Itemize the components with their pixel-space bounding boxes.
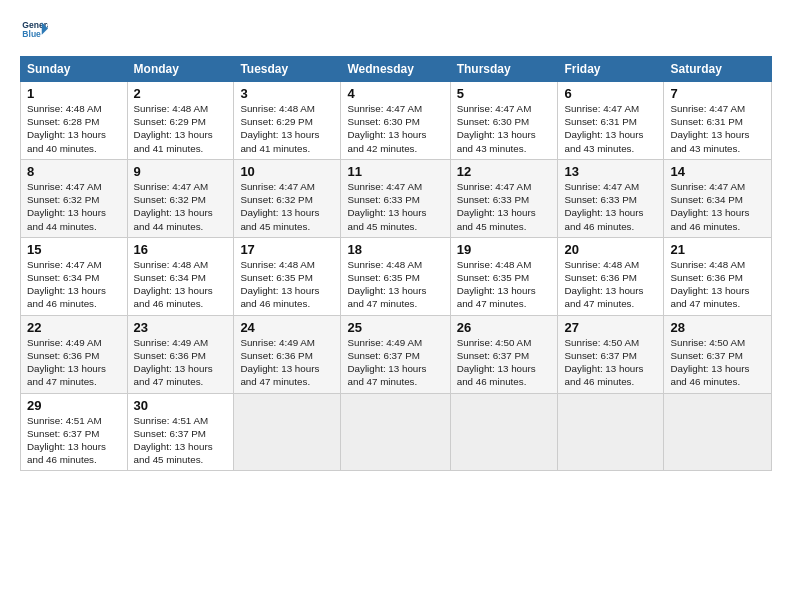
day-number: 30 <box>134 398 228 413</box>
col-header-saturday: Saturday <box>664 57 772 82</box>
logo-icon: General Blue <box>20 16 48 44</box>
day-number: 25 <box>347 320 443 335</box>
day-number: 21 <box>670 242 765 257</box>
day-number: 6 <box>564 86 657 101</box>
day-info: Sunrise: 4:47 AMSunset: 6:33 PMDaylight:… <box>347 180 443 233</box>
day-number: 22 <box>27 320 121 335</box>
svg-text:Blue: Blue <box>22 29 41 39</box>
day-number: 12 <box>457 164 552 179</box>
day-info: Sunrise: 4:47 AMSunset: 6:33 PMDaylight:… <box>457 180 552 233</box>
day-info: Sunrise: 4:47 AMSunset: 6:32 PMDaylight:… <box>240 180 334 233</box>
calendar-cell <box>664 393 772 471</box>
day-info: Sunrise: 4:47 AMSunset: 6:33 PMDaylight:… <box>564 180 657 233</box>
calendar-cell: 25Sunrise: 4:49 AMSunset: 6:37 PMDayligh… <box>341 315 450 393</box>
day-info: Sunrise: 4:48 AMSunset: 6:29 PMDaylight:… <box>240 102 334 155</box>
day-info: Sunrise: 4:47 AMSunset: 6:31 PMDaylight:… <box>670 102 765 155</box>
calendar-cell: 28Sunrise: 4:50 AMSunset: 6:37 PMDayligh… <box>664 315 772 393</box>
day-number: 7 <box>670 86 765 101</box>
calendar-cell: 5Sunrise: 4:47 AMSunset: 6:30 PMDaylight… <box>450 82 558 160</box>
day-info: Sunrise: 4:47 AMSunset: 6:32 PMDaylight:… <box>27 180 121 233</box>
calendar-cell: 17Sunrise: 4:48 AMSunset: 6:35 PMDayligh… <box>234 237 341 315</box>
day-info: Sunrise: 4:51 AMSunset: 6:37 PMDaylight:… <box>27 414 121 467</box>
day-info: Sunrise: 4:49 AMSunset: 6:36 PMDaylight:… <box>27 336 121 389</box>
day-info: Sunrise: 4:48 AMSunset: 6:35 PMDaylight:… <box>457 258 552 311</box>
day-number: 13 <box>564 164 657 179</box>
calendar-cell: 16Sunrise: 4:48 AMSunset: 6:34 PMDayligh… <box>127 237 234 315</box>
calendar-cell: 22Sunrise: 4:49 AMSunset: 6:36 PMDayligh… <box>21 315 128 393</box>
day-number: 18 <box>347 242 443 257</box>
calendar-cell: 11Sunrise: 4:47 AMSunset: 6:33 PMDayligh… <box>341 159 450 237</box>
day-number: 2 <box>134 86 228 101</box>
calendar-cell: 12Sunrise: 4:47 AMSunset: 6:33 PMDayligh… <box>450 159 558 237</box>
day-info: Sunrise: 4:47 AMSunset: 6:30 PMDaylight:… <box>347 102 443 155</box>
calendar-cell: 20Sunrise: 4:48 AMSunset: 6:36 PMDayligh… <box>558 237 664 315</box>
calendar-cell: 24Sunrise: 4:49 AMSunset: 6:36 PMDayligh… <box>234 315 341 393</box>
calendar-cell: 27Sunrise: 4:50 AMSunset: 6:37 PMDayligh… <box>558 315 664 393</box>
calendar-cell: 8Sunrise: 4:47 AMSunset: 6:32 PMDaylight… <box>21 159 128 237</box>
day-number: 19 <box>457 242 552 257</box>
day-info: Sunrise: 4:48 AMSunset: 6:29 PMDaylight:… <box>134 102 228 155</box>
day-number: 14 <box>670 164 765 179</box>
day-info: Sunrise: 4:48 AMSunset: 6:34 PMDaylight:… <box>134 258 228 311</box>
calendar-cell: 14Sunrise: 4:47 AMSunset: 6:34 PMDayligh… <box>664 159 772 237</box>
day-info: Sunrise: 4:47 AMSunset: 6:34 PMDaylight:… <box>670 180 765 233</box>
calendar-cell: 23Sunrise: 4:49 AMSunset: 6:36 PMDayligh… <box>127 315 234 393</box>
day-number: 26 <box>457 320 552 335</box>
col-header-tuesday: Tuesday <box>234 57 341 82</box>
col-header-thursday: Thursday <box>450 57 558 82</box>
day-number: 8 <box>27 164 121 179</box>
day-info: Sunrise: 4:49 AMSunset: 6:36 PMDaylight:… <box>134 336 228 389</box>
logo: General Blue <box>20 16 52 44</box>
day-number: 27 <box>564 320 657 335</box>
day-info: Sunrise: 4:48 AMSunset: 6:36 PMDaylight:… <box>564 258 657 311</box>
calendar-cell: 21Sunrise: 4:48 AMSunset: 6:36 PMDayligh… <box>664 237 772 315</box>
calendar-cell: 2Sunrise: 4:48 AMSunset: 6:29 PMDaylight… <box>127 82 234 160</box>
day-number: 23 <box>134 320 228 335</box>
calendar-cell: 9Sunrise: 4:47 AMSunset: 6:32 PMDaylight… <box>127 159 234 237</box>
day-number: 29 <box>27 398 121 413</box>
calendar-cell: 13Sunrise: 4:47 AMSunset: 6:33 PMDayligh… <box>558 159 664 237</box>
day-number: 28 <box>670 320 765 335</box>
col-header-wednesday: Wednesday <box>341 57 450 82</box>
day-number: 11 <box>347 164 443 179</box>
day-number: 15 <box>27 242 121 257</box>
day-number: 1 <box>27 86 121 101</box>
day-number: 5 <box>457 86 552 101</box>
calendar-cell: 29Sunrise: 4:51 AMSunset: 6:37 PMDayligh… <box>21 393 128 471</box>
day-info: Sunrise: 4:48 AMSunset: 6:28 PMDaylight:… <box>27 102 121 155</box>
calendar-cell: 30Sunrise: 4:51 AMSunset: 6:37 PMDayligh… <box>127 393 234 471</box>
day-number: 4 <box>347 86 443 101</box>
day-info: Sunrise: 4:47 AMSunset: 6:30 PMDaylight:… <box>457 102 552 155</box>
day-info: Sunrise: 4:48 AMSunset: 6:35 PMDaylight:… <box>347 258 443 311</box>
day-info: Sunrise: 4:47 AMSunset: 6:34 PMDaylight:… <box>27 258 121 311</box>
col-header-monday: Monday <box>127 57 234 82</box>
calendar-cell: 10Sunrise: 4:47 AMSunset: 6:32 PMDayligh… <box>234 159 341 237</box>
calendar-cell <box>558 393 664 471</box>
calendar-cell: 7Sunrise: 4:47 AMSunset: 6:31 PMDaylight… <box>664 82 772 160</box>
col-header-friday: Friday <box>558 57 664 82</box>
calendar-cell: 1Sunrise: 4:48 AMSunset: 6:28 PMDaylight… <box>21 82 128 160</box>
day-number: 9 <box>134 164 228 179</box>
day-info: Sunrise: 4:49 AMSunset: 6:37 PMDaylight:… <box>347 336 443 389</box>
day-info: Sunrise: 4:50 AMSunset: 6:37 PMDaylight:… <box>457 336 552 389</box>
calendar-cell: 18Sunrise: 4:48 AMSunset: 6:35 PMDayligh… <box>341 237 450 315</box>
calendar-cell: 26Sunrise: 4:50 AMSunset: 6:37 PMDayligh… <box>450 315 558 393</box>
day-number: 17 <box>240 242 334 257</box>
calendar-cell: 19Sunrise: 4:48 AMSunset: 6:35 PMDayligh… <box>450 237 558 315</box>
calendar-cell <box>341 393 450 471</box>
col-header-sunday: Sunday <box>21 57 128 82</box>
day-info: Sunrise: 4:48 AMSunset: 6:36 PMDaylight:… <box>670 258 765 311</box>
calendar-cell <box>234 393 341 471</box>
day-number: 10 <box>240 164 334 179</box>
calendar-cell: 3Sunrise: 4:48 AMSunset: 6:29 PMDaylight… <box>234 82 341 160</box>
page-header: General Blue <box>20 16 772 44</box>
day-number: 24 <box>240 320 334 335</box>
calendar-table: SundayMondayTuesdayWednesdayThursdayFrid… <box>20 56 772 471</box>
day-number: 20 <box>564 242 657 257</box>
calendar-cell <box>450 393 558 471</box>
calendar-cell: 15Sunrise: 4:47 AMSunset: 6:34 PMDayligh… <box>21 237 128 315</box>
day-number: 3 <box>240 86 334 101</box>
day-info: Sunrise: 4:49 AMSunset: 6:36 PMDaylight:… <box>240 336 334 389</box>
calendar-cell: 6Sunrise: 4:47 AMSunset: 6:31 PMDaylight… <box>558 82 664 160</box>
day-info: Sunrise: 4:48 AMSunset: 6:35 PMDaylight:… <box>240 258 334 311</box>
